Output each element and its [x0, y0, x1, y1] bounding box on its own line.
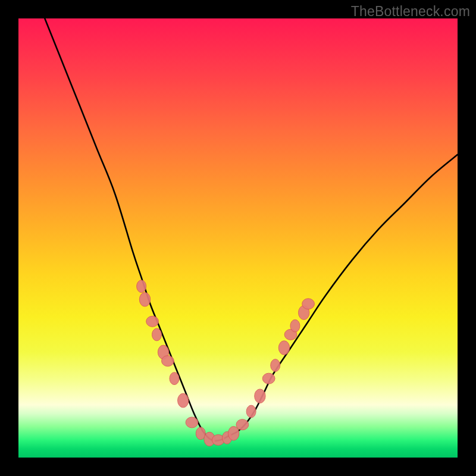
- data-marker: [152, 328, 161, 341]
- bottleneck-curve: [45, 18, 458, 441]
- data-marker: [302, 299, 315, 309]
- watermark-text: TheBottleneck.com: [351, 4, 470, 20]
- chart-svg: [0, 0, 476, 476]
- data-marker: [246, 405, 256, 418]
- data-marker: [146, 316, 159, 327]
- curve-layer: [45, 18, 458, 441]
- data-marker: [236, 419, 249, 430]
- data-marker: [186, 417, 198, 428]
- data-marker: [170, 372, 179, 385]
- data-marker: [271, 359, 280, 372]
- data-marker: [162, 356, 174, 367]
- data-marker: [262, 373, 275, 384]
- marker-layer: [137, 280, 315, 446]
- chart-frame: TheBottleneck.com: [0, 0, 476, 476]
- data-marker: [290, 320, 300, 332]
- data-marker: [278, 341, 289, 355]
- data-marker: [178, 393, 189, 408]
- data-marker: [137, 280, 146, 293]
- data-marker: [139, 293, 150, 307]
- data-marker: [228, 427, 239, 441]
- data-marker: [255, 389, 265, 403]
